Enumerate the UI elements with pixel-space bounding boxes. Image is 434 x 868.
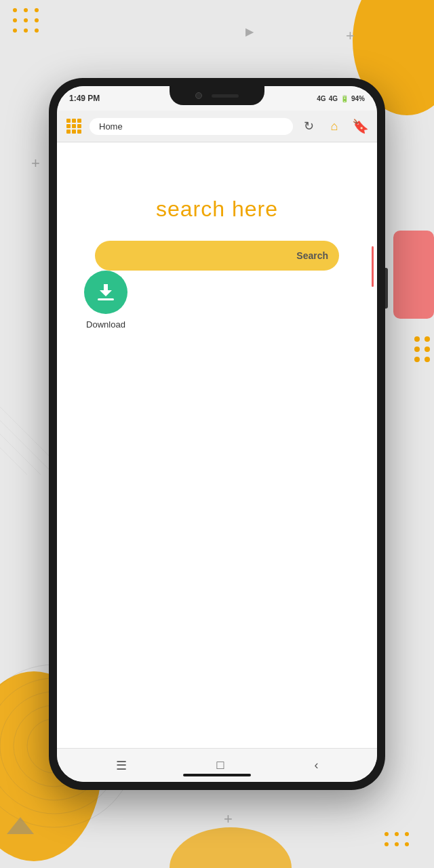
- svg-text:+: +: [346, 27, 355, 44]
- side-button: [385, 268, 388, 309]
- svg-point-2: [170, 827, 292, 868]
- download-button[interactable]: [84, 271, 127, 314]
- phone-frame: 1:49 PM 4G 4G 🔋 94%: [49, 78, 385, 790]
- svg-point-23: [425, 357, 430, 362]
- home-icon: ⌂: [331, 119, 338, 134]
- svg-point-28: [395, 842, 399, 846]
- svg-point-18: [414, 336, 420, 342]
- nav-menu-button[interactable]: ☰: [116, 758, 127, 773]
- svg-point-10: [24, 8, 28, 12]
- download-section: Download: [84, 271, 127, 330]
- svg-point-15: [13, 28, 17, 33]
- status-time: 1:49 PM: [69, 94, 100, 103]
- svg-point-21: [425, 347, 430, 352]
- svg-point-27: [384, 842, 389, 846]
- download-icon: [94, 280, 118, 304]
- svg-point-14: [35, 18, 39, 22]
- svg-point-26: [405, 832, 409, 836]
- battery-percent: 94%: [351, 95, 365, 102]
- signal-icon: 4G: [317, 95, 326, 102]
- nav-home-button[interactable]: □: [217, 758, 224, 772]
- speaker: [212, 94, 239, 98]
- svg-line-36: [0, 420, 54, 475]
- svg-text:+: +: [31, 155, 40, 172]
- svg-marker-34: [7, 817, 34, 834]
- apps-grid-icon: [66, 119, 81, 134]
- browser-content: search here Search Download: [57, 142, 377, 685]
- scrollbar-indicator[interactable]: [372, 246, 374, 287]
- apps-button[interactable]: [64, 116, 84, 136]
- home-gesture-bar: [183, 774, 251, 776]
- svg-rect-3: [393, 231, 434, 319]
- svg-point-13: [24, 18, 28, 22]
- search-button[interactable]: Search: [296, 250, 328, 261]
- svg-text:+: +: [224, 810, 233, 827]
- signal-icon2: 4G: [329, 95, 338, 102]
- home-button[interactable]: ⌂: [324, 116, 344, 136]
- svg-point-9: [13, 8, 17, 12]
- bookmark-icon: 🔖: [352, 118, 369, 134]
- svg-point-16: [24, 28, 28, 33]
- bookmark-button[interactable]: 🔖: [350, 116, 370, 136]
- svg-point-19: [425, 336, 430, 342]
- download-label: Download: [86, 319, 125, 330]
- status-icons: 4G 4G 🔋 94%: [317, 95, 365, 102]
- notch: [170, 86, 264, 105]
- svg-point-25: [395, 832, 399, 836]
- reload-icon: ↻: [304, 119, 314, 134]
- svg-point-24: [384, 832, 389, 836]
- svg-line-37: [0, 434, 41, 475]
- svg-point-20: [414, 347, 420, 352]
- svg-point-22: [414, 357, 420, 362]
- svg-point-12: [13, 18, 17, 22]
- battery-icon: 🔋: [340, 95, 349, 102]
- svg-point-29: [405, 842, 409, 846]
- bottom-nav: ☰ □ ‹: [57, 748, 377, 782]
- svg-point-11: [35, 8, 39, 12]
- nav-back-button[interactable]: ‹: [314, 758, 318, 772]
- svg-text:▶: ▶: [245, 26, 254, 37]
- page-title: search here: [156, 197, 278, 222]
- camera: [195, 92, 202, 99]
- reload-button[interactable]: ↻: [298, 116, 319, 136]
- address-bar[interactable]: [90, 118, 293, 135]
- svg-rect-39: [98, 298, 114, 300]
- svg-line-38: [0, 448, 27, 475]
- svg-point-17: [35, 28, 39, 33]
- search-bar-wrapper: Search: [95, 241, 339, 271]
- browser-toolbar: ↻ ⌂ 🔖: [57, 111, 377, 142]
